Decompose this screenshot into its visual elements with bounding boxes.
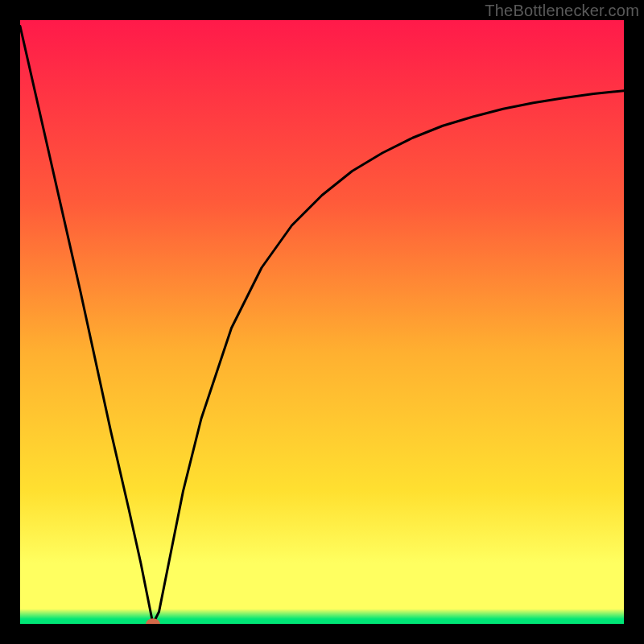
- gradient-background: [20, 20, 624, 624]
- watermark-text: TheBottlenecker.com: [485, 2, 639, 20]
- bottleneck-chart: [20, 20, 624, 624]
- chart-frame: TheBottlenecker.com: [0, 0, 644, 644]
